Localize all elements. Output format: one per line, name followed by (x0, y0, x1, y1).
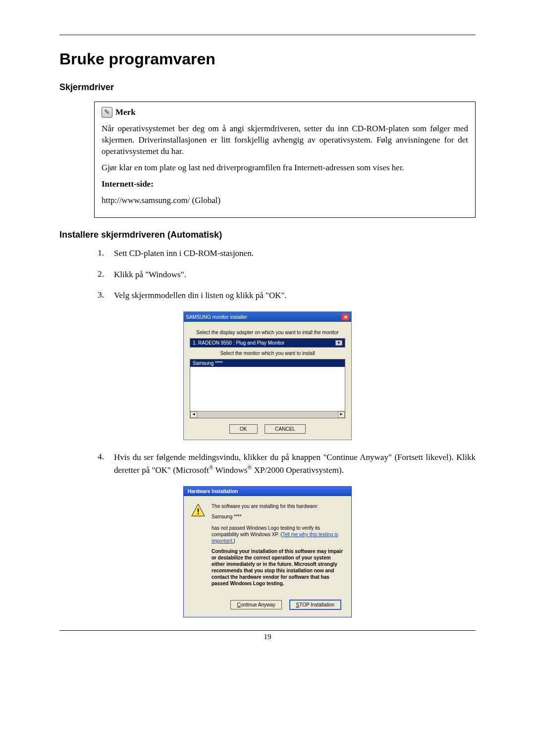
installer-line2: Select the monitor which you want to ins… (190, 351, 345, 356)
page-title: Bruke programvaren (59, 50, 476, 68)
hw-titlebar: Hardware Installation (184, 487, 351, 496)
hardware-installation-screenshot: Hardware Installation ! The software you… (59, 486, 476, 617)
step4-part-b: Windows (214, 465, 247, 475)
note-paragraph-2: Gjør klar en tom plate og last ned drive… (102, 162, 468, 174)
continue-anyway-button[interactable]: Continue Anyway (230, 600, 281, 609)
dropdown-value: 1. RADEON 9550 : Plug and Play Monitor (193, 340, 284, 346)
step-text: Sett CD-platen inn i CD-ROM-stasjonen. (114, 248, 476, 259)
adapter-dropdown[interactable]: 1. RADEON 9550 : Plug and Play Monitor ▼ (190, 338, 345, 348)
step-number: 2. (94, 269, 104, 281)
step-number: 3. (94, 290, 104, 302)
installer-line1: Select the display adapter on which you … (190, 330, 345, 335)
hw-device: Samsung **** (212, 513, 344, 520)
page-number: 19 (59, 633, 476, 641)
step-4: 4. Hvis du ser følgende meldingsvindu, k… (94, 452, 476, 476)
hw-body: ! The software you are installing for th… (184, 496, 351, 597)
bottom-rule (59, 630, 476, 631)
step4-part-c: XP/2000 Operativsystem). (252, 465, 344, 475)
close-icon[interactable]: ✕ (342, 313, 349, 320)
horizontal-scrollbar[interactable]: ◄ ► (190, 411, 345, 418)
steps-list-cont: 4. Hvis du ser følgende meldingsvindu, k… (94, 452, 476, 476)
note-title: Merk (115, 107, 136, 118)
installer-titlebar: SAMSUNG monitor installer ✕ (184, 312, 351, 322)
listbox-selected[interactable]: Samsung **** (190, 359, 345, 367)
internet-side-label: Internett-side: (102, 179, 468, 190)
ok-button[interactable]: OK (229, 424, 257, 434)
registered-icon: ® (209, 464, 214, 471)
url-text: http://www.samsung.com/ (Global) (102, 195, 468, 206)
warning-icon: ! (191, 503, 206, 518)
stop-installation-button[interactable]: STOP Installation (289, 600, 341, 610)
cancel-button[interactable]: CANCEL (265, 424, 306, 434)
stop-label: TOP Installation (299, 602, 334, 607)
installer-body: Select the display adapter on which you … (184, 322, 351, 440)
step-number: 1. (94, 248, 104, 259)
step-text: Hvis du ser følgende meldingsvindu, klik… (114, 452, 476, 476)
step-3: 3. Velg skjermmodellen din i listen og k… (94, 290, 476, 302)
hw-line2-b: ) (233, 538, 235, 544)
installer-buttons: OK CANCEL (190, 424, 345, 434)
hardware-dialog: Hardware Installation ! The software you… (183, 486, 352, 617)
continue-label: ontinue Anyway (241, 602, 275, 607)
hw-line2: has not passed Windows Logo testing to v… (212, 525, 344, 544)
chevron-down-icon[interactable]: ▼ (335, 340, 342, 346)
section-skjermdriver: Skjermdriver (59, 82, 476, 93)
hw-text: The software you are installing for this… (212, 503, 344, 591)
installer-dialog: SAMSUNG monitor installer ✕ Select the d… (183, 311, 352, 440)
step-1: 1. Sett CD-platen inn i CD-ROM-stasjonen… (94, 248, 476, 259)
installer-screenshot: SAMSUNG monitor installer ✕ Select the d… (59, 311, 476, 440)
steps-list: 1. Sett CD-platen inn i CD-ROM-stasjonen… (94, 248, 476, 302)
note-box: ✎ Merk Når operativsystemet ber deg om å… (94, 101, 476, 218)
scroll-right-icon[interactable]: ► (338, 411, 345, 418)
note-paragraph-1: Når operativsystemet ber deg om å angi s… (102, 123, 468, 157)
section-auto-install: Installere skjermdriveren (Automatisk) (59, 230, 476, 240)
monitor-listbox[interactable]: Samsung **** ◄ ► (190, 359, 345, 418)
installer-title-text: SAMSUNG monitor installer (186, 314, 247, 320)
step-text: Velg skjermmodellen din i listen og klik… (114, 290, 476, 302)
step-number: 4. (94, 452, 104, 476)
hw-warning: Continuing your installation of this sof… (212, 548, 344, 587)
note-icon: ✎ (102, 107, 112, 118)
scroll-left-icon[interactable]: ◄ (190, 411, 197, 418)
svg-text:!: ! (197, 506, 200, 516)
note-header: ✎ Merk (102, 107, 468, 118)
step-2: 2. Klikk på "Windows". (94, 269, 476, 281)
hw-line1: The software you are installing for this… (212, 503, 344, 509)
top-rule (59, 35, 476, 35)
step-text: Klikk på "Windows". (114, 269, 476, 281)
hw-buttons: Continue Anyway STOP Installation (184, 597, 351, 617)
